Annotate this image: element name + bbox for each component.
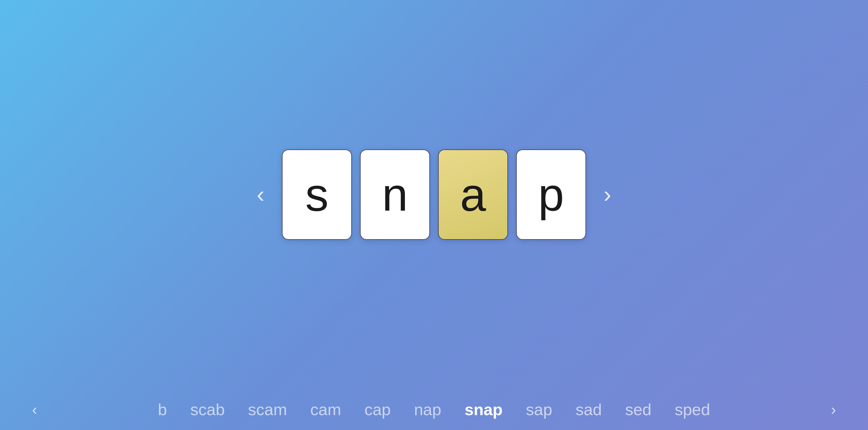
- card-p[interactable]: p: [516, 149, 586, 240]
- bottom-bar: ‹ b scab scam cam cap nap snap sap sad s…: [0, 389, 868, 430]
- word-sed[interactable]: sed: [613, 400, 663, 419]
- word-scam[interactable]: scam: [237, 400, 299, 419]
- word-sped[interactable]: sped: [663, 400, 721, 419]
- cards-row: s n a p: [282, 149, 586, 240]
- word-snap[interactable]: snap: [453, 400, 515, 419]
- bottom-prev-arrow[interactable]: ‹: [23, 401, 46, 418]
- bottom-next-arrow[interactable]: ›: [822, 401, 845, 418]
- prev-arrow[interactable]: ‹: [239, 181, 282, 208]
- word-sad[interactable]: sad: [564, 400, 613, 419]
- letter-a: a: [460, 171, 486, 218]
- word-cam[interactable]: cam: [299, 400, 353, 419]
- main-area: ‹ s n a p ›: [0, 0, 868, 389]
- word-scab[interactable]: scab: [179, 400, 236, 419]
- cards-container: ‹ s n a p ›: [239, 149, 628, 240]
- card-n[interactable]: n: [360, 149, 430, 240]
- card-a[interactable]: a: [438, 149, 508, 240]
- word-sap[interactable]: sap: [515, 400, 564, 419]
- next-arrow[interactable]: ›: [586, 181, 629, 208]
- word-nap[interactable]: nap: [402, 400, 453, 419]
- word-b[interactable]: b: [146, 400, 179, 419]
- letter-n: n: [382, 171, 408, 218]
- word-list: b scab scam cam cap nap snap sap sad sed…: [46, 400, 822, 419]
- word-cap[interactable]: cap: [353, 400, 402, 419]
- letter-s: s: [305, 171, 329, 218]
- card-s[interactable]: s: [282, 149, 352, 240]
- letter-p: p: [538, 171, 564, 218]
